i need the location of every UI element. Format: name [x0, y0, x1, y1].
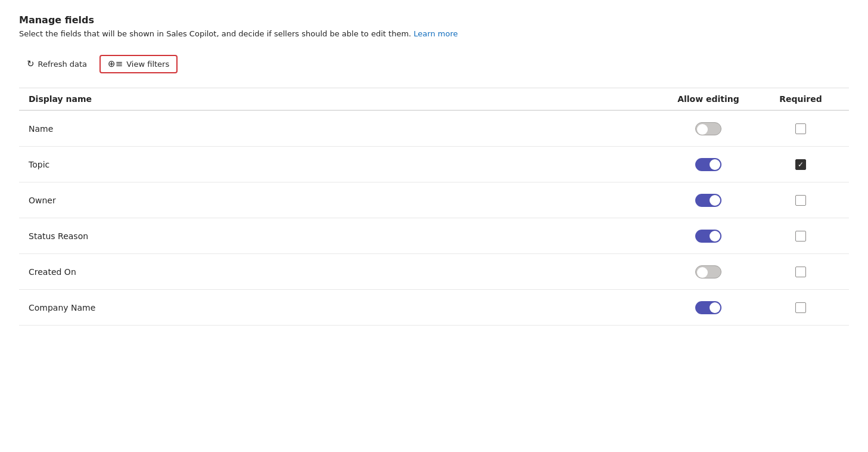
allow-editing-toggle[interactable]: [695, 265, 721, 278]
page-title: Manage fields: [19, 14, 849, 26]
subtitle-text: Select the fields that will be shown in …: [19, 29, 411, 38]
allow-editing-cell: [655, 158, 762, 171]
required-checkbox[interactable]: [795, 302, 806, 313]
allow-editing-cell: [655, 230, 762, 243]
allow-editing-toggle[interactable]: [695, 194, 721, 207]
table-body: NameTopicOwnerStatus ReasonCreated OnCom…: [19, 111, 849, 326]
toggle-knob: [710, 302, 720, 313]
table-row: Status Reason: [19, 218, 849, 254]
allow-editing-cell: [655, 194, 762, 207]
view-filters-button[interactable]: ⊕≡ View filters: [99, 55, 178, 73]
required-checkbox[interactable]: [795, 159, 806, 170]
table-row: Company Name: [19, 290, 849, 326]
table-row: Created On: [19, 254, 849, 290]
allow-editing-toggle[interactable]: [695, 158, 721, 171]
toggle-knob: [697, 124, 708, 135]
required-checkbox[interactable]: [795, 267, 806, 277]
field-name: Topic: [29, 160, 655, 169]
allow-editing-cell: [655, 301, 762, 314]
required-checkbox[interactable]: [795, 123, 806, 134]
required-checkbox[interactable]: [795, 231, 806, 242]
field-name: Created On: [29, 267, 655, 277]
table-header: Display name Allow editing Required: [19, 88, 849, 111]
page-subtitle: Select the fields that will be shown in …: [19, 29, 849, 38]
field-name: Name: [29, 124, 655, 134]
required-cell: [762, 302, 839, 313]
toggle-knob: [697, 267, 708, 278]
filter-icon: ⊕≡: [108, 60, 123, 69]
refresh-label: Refresh data: [38, 60, 88, 69]
learn-more-link[interactable]: Learn more: [413, 29, 458, 38]
field-name: Owner: [29, 196, 655, 205]
toolbar: ↻ Refresh data ⊕≡ View filters: [19, 55, 849, 73]
field-name: Company Name: [29, 303, 655, 312]
refresh-icon: ↻: [27, 60, 35, 69]
field-name: Status Reason: [29, 231, 655, 241]
required-cell: [762, 195, 839, 206]
fields-table: Display name Allow editing Required Name…: [19, 88, 849, 326]
filter-label: View filters: [126, 60, 169, 69]
toggle-knob: [710, 231, 720, 242]
table-row: Topic: [19, 147, 849, 182]
table-row: Owner: [19, 182, 849, 218]
allow-editing-cell: [655, 122, 762, 135]
col-header-display-name: Display name: [29, 94, 655, 104]
required-cell: [762, 159, 839, 170]
col-header-required: Required: [762, 94, 839, 104]
table-row: Name: [19, 111, 849, 147]
col-header-allow-editing: Allow editing: [655, 94, 762, 104]
toggle-knob: [710, 195, 720, 206]
required-checkbox[interactable]: [795, 195, 806, 206]
allow-editing-cell: [655, 265, 762, 278]
required-cell: [762, 267, 839, 277]
required-cell: [762, 231, 839, 242]
refresh-data-button[interactable]: ↻ Refresh data: [19, 55, 95, 73]
allow-editing-toggle[interactable]: [695, 122, 721, 135]
required-cell: [762, 123, 839, 134]
allow-editing-toggle[interactable]: [695, 230, 721, 243]
allow-editing-toggle[interactable]: [695, 301, 721, 314]
toggle-knob: [710, 159, 720, 170]
